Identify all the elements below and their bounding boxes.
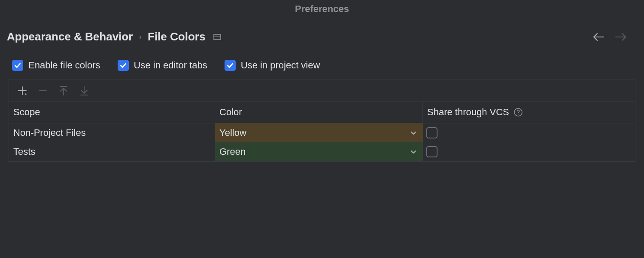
column-header-vcs[interactable]: Share through VCS	[423, 101, 635, 123]
table-row[interactable]: Tests Green	[9, 142, 635, 161]
checkbox-checked-icon	[12, 60, 23, 71]
option-label: Use in editor tabs	[134, 60, 207, 71]
checkbox-checked-icon	[118, 60, 129, 71]
column-header-vcs-label: Share through VCS	[427, 107, 509, 118]
option-label: Use in project view	[241, 60, 320, 71]
table-body: Non-Project Files Yellow Tests	[9, 123, 635, 161]
back-arrow-icon[interactable]	[592, 32, 605, 42]
color-cell[interactable]: Yellow	[215, 123, 423, 142]
add-button[interactable]	[17, 85, 28, 96]
vcs-checkbox[interactable]	[426, 127, 437, 138]
table-row[interactable]: Non-Project Files Yellow	[9, 123, 635, 142]
option-label: Enable file colors	[28, 60, 100, 71]
chevron-down-icon	[410, 129, 417, 136]
checkbox-checked-icon	[225, 60, 236, 71]
scope-cell[interactable]: Tests	[9, 142, 215, 161]
file-colors-table: Scope Color Share through VCS Non-Projec…	[9, 101, 635, 161]
enable-file-colors-checkbox[interactable]: Enable file colors	[12, 60, 100, 71]
color-cell[interactable]: Green	[215, 142, 423, 161]
use-editor-tabs-checkbox[interactable]: Use in editor tabs	[118, 60, 207, 71]
chevron-down-icon	[410, 148, 417, 155]
svg-rect-0	[214, 34, 221, 40]
column-header-scope[interactable]: Scope	[9, 101, 215, 123]
breadcrumb-category[interactable]: Appearance & Behavior	[7, 30, 133, 43]
vcs-cell[interactable]	[423, 123, 635, 142]
svg-point-12	[518, 114, 519, 115]
vcs-checkbox[interactable]	[426, 146, 437, 157]
move-down-button[interactable]	[79, 85, 90, 96]
color-label: Green	[219, 146, 246, 157]
breadcrumb: Appearance & Behavior › File Colors	[7, 30, 222, 43]
options-row: Enable file colors Use in editor tabs Us…	[0, 55, 644, 80]
remove-button[interactable]	[37, 85, 49, 96]
vcs-cell[interactable]	[423, 142, 635, 161]
window-title: Preferences	[0, 0, 644, 23]
expand-window-icon[interactable]	[213, 33, 222, 41]
color-label: Yellow	[219, 127, 246, 138]
use-project-view-checkbox[interactable]: Use in project view	[225, 60, 320, 71]
table-header: Scope Color Share through VCS	[9, 101, 635, 123]
file-colors-table-container: Scope Color Share through VCS Non-Projec…	[9, 80, 635, 162]
breadcrumb-separator: ›	[139, 32, 142, 42]
table-toolbar	[9, 80, 635, 101]
help-icon[interactable]	[513, 108, 523, 117]
scope-cell[interactable]: Non-Project Files	[9, 123, 215, 142]
move-up-button[interactable]	[58, 85, 69, 96]
breadcrumb-page: File Colors	[148, 30, 205, 43]
breadcrumb-row: Appearance & Behavior › File Colors	[0, 23, 644, 55]
column-header-color[interactable]: Color	[215, 101, 423, 123]
forward-arrow-icon	[615, 32, 627, 42]
nav-arrows	[592, 32, 635, 42]
